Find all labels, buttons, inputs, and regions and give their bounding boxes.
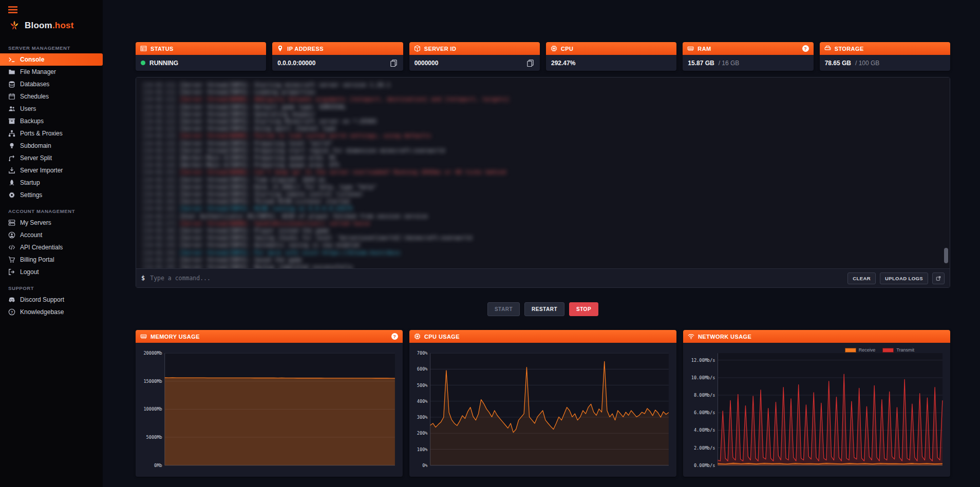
log-timestamp: [14:02:13] — [142, 132, 176, 139]
sidebar-item-label: Users — [20, 105, 36, 112]
popout-console-button[interactable] — [932, 272, 945, 284]
clear-button[interactable]: CLEAR — [847, 272, 876, 284]
sidebar-item-api-credentials[interactable]: API Credentials — [0, 241, 103, 254]
stat-card-value-row: 15.87 GB/ 16 GB — [683, 55, 813, 71]
log-timestamp: [14:02:11] — [142, 82, 176, 88]
sidebar-item-users[interactable]: Users — [0, 103, 103, 115]
console-line: [14:02:12][Server thread/INFO]: Starting… — [142, 118, 944, 125]
log-text: [Server thread/INFO]: Default game type:… — [179, 104, 346, 110]
chart-body: 700%600%500%400%300%200%100%0% — [409, 343, 676, 477]
split-icon — [8, 154, 15, 162]
svg-text:15000Mb: 15000Mb — [143, 379, 162, 384]
log-timestamp: [14:02:19] — [142, 249, 176, 256]
log-text: [Server thread/INFO]: Loading properties — [179, 89, 315, 95]
sidebar-section-label: SUPPORT — [8, 285, 95, 291]
copy-icon[interactable] — [526, 59, 535, 67]
sidebar-item-schedules[interactable]: Schedules — [0, 90, 103, 103]
stat-card-header: CPU — [546, 42, 676, 55]
console-line: [14:02:11][Server thread/INFO]: Starting… — [142, 82, 944, 89]
help-icon[interactable]: ? — [802, 45, 809, 52]
sidebar-item-console[interactable]: Console — [0, 53, 103, 66]
sidebar-item-databases[interactable]: Databases — [0, 78, 103, 90]
sidebar-item-server-split[interactable]: Server Split — [0, 152, 103, 164]
log-text: [Worker-Main-4/INFO]: Preparing spawn ar… — [179, 162, 339, 168]
chip-icon — [414, 333, 421, 340]
console-line: [14:02:12][Server thread/INFO]: Default … — [142, 104, 944, 111]
logo[interactable]: Bloom.host — [0, 14, 103, 38]
sidebar-item-label: Discord Support — [20, 296, 64, 303]
sidebar-item-knowledgebase[interactable]: ?Knowledgebase — [0, 306, 103, 318]
log-timestamp: [14:02:15] — [142, 169, 176, 176]
help-icon[interactable]: ? — [391, 333, 398, 340]
stat-card-server-id: SERVER ID0000000 — [409, 42, 540, 71]
legend-item-transmit: Transmit — [882, 347, 914, 353]
start-button[interactable]: START — [487, 302, 520, 316]
sidebar-item-logout[interactable]: Logout — [0, 266, 103, 278]
chart-card-title: MEMORY USAGE — [150, 334, 200, 340]
chart-card-title: CPU USAGE — [424, 334, 460, 340]
console-line: [14:02:20][Server thread/INFO]: Backup c… — [142, 264, 944, 268]
stat-card-ip-address: IP ADDRESS0.0.0.0:00000 — [272, 42, 403, 71]
sidebar-item-ports-proxies[interactable]: Ports & Proxies — [0, 127, 103, 140]
sidebar-item-server-importer[interactable]: Server Importer — [0, 164, 103, 177]
console-line: [14:02:11][Server thread/WARN]: Ambiguit… — [142, 96, 944, 103]
sidebar-item-label: Account — [20, 231, 42, 239]
command-input[interactable] — [149, 274, 843, 282]
log-text: [Server thread/WARN]: Failed to load cus… — [179, 132, 431, 139]
console-line: [14:02:18][Server thread/INFO]: Saving c… — [142, 235, 944, 242]
sidebar-item-file-manager[interactable]: File Manager — [0, 66, 103, 78]
stat-card-value-row: 0.0.0.0:00000 — [272, 55, 403, 71]
drive-icon — [824, 45, 831, 52]
stat-card-value-row: 78.65 GB/ 100 GB — [820, 55, 950, 71]
power-controls: START RESTART STOP — [136, 302, 950, 316]
sidebar: Bloom.host SERVER MANAGEMENTConsoleFile … — [0, 0, 103, 487]
hamburger-menu-icon[interactable] — [0, 0, 103, 14]
stop-button[interactable]: STOP — [569, 302, 598, 316]
chart-card-memory-usage: MEMORY USAGE?20000Mb15000Mb10000Mb5000Mb… — [136, 330, 403, 477]
log-text: [Server thread/INFO]: Saving chunks for … — [179, 235, 472, 241]
console-scrollbar[interactable] — [944, 248, 948, 263]
console-line: [14:02:12][Server thread/INFO]: Generati… — [142, 111, 944, 118]
log-timestamp: [14:02:16] — [142, 205, 176, 212]
stat-value: RUNNING — [149, 60, 178, 67]
stat-card-title: IP ADDRESS — [287, 46, 324, 52]
stat-value: 15.87 GB — [688, 60, 714, 67]
sidebar-item-label: Databases — [20, 81, 49, 88]
restart-button[interactable]: RESTART — [524, 302, 564, 316]
sidebar-item-label: Logout — [20, 268, 39, 276]
log-timestamp: [14:02:13] — [142, 147, 176, 154]
calendar-icon — [8, 93, 15, 100]
sidebar-item-discord-support[interactable]: Discord Support — [0, 294, 103, 306]
servers-icon — [8, 219, 15, 226]
chip-icon — [551, 45, 557, 52]
sidebar-item-my-servers[interactable]: My Servers — [0, 217, 103, 229]
sidebar-item-billing-portal[interactable]: Billing Portal — [0, 254, 103, 266]
sidebar-item-settings[interactable]: Settings — [0, 189, 103, 201]
bulb-icon — [8, 142, 15, 149]
stat-max-value: / 100 GB — [855, 60, 879, 67]
stat-card-header: SERVER ID — [409, 42, 540, 55]
sidebar-item-account[interactable]: Account — [0, 229, 103, 241]
svg-text:10.00Mb/s: 10.00Mb/s — [691, 375, 715, 380]
sidebar-item-startup[interactable]: Startup — [0, 177, 103, 189]
sidebar-item-subdomain[interactable]: Subdomain — [0, 140, 103, 152]
stat-card-title: STORAGE — [835, 46, 864, 52]
copy-icon[interactable] — [390, 59, 398, 67]
stat-value: 0000000 — [414, 60, 439, 67]
console-line: [14:02:20][Server thread/INFO]: Saved th… — [142, 257, 944, 264]
logo-text: Bloom.host — [25, 21, 74, 31]
log-text: [Server thread/INFO]: Preparing start re… — [179, 147, 445, 154]
log-text: [Server thread/INFO]: RCON running on 0.… — [179, 205, 353, 212]
console-log[interactable]: [14:02:11][Server thread/INFO]: Starting… — [136, 77, 950, 268]
svg-text:0%: 0% — [422, 463, 428, 468]
stat-value: 78.65 GB — [825, 60, 851, 67]
stat-card-title: RAM — [698, 46, 711, 52]
sidebar-item-backups[interactable]: Backups — [0, 115, 103, 127]
sidebar-item-label: Schedules — [20, 93, 49, 100]
console-line: [14:02:19][Server thread/INFO]: Automati… — [142, 242, 944, 249]
server-stats-row: STATUSRUNNINGIP ADDRESS0.0.0.0:00000SERV… — [136, 42, 950, 71]
upload-logs-button[interactable]: UPLOAD LOGS — [880, 272, 928, 284]
chart-body: ReceiveTransmit12.00Mb/s10.00Mb/s8.00Mb/… — [683, 343, 950, 477]
stat-card-title: CPU — [561, 46, 573, 52]
grid-icon — [140, 45, 147, 52]
